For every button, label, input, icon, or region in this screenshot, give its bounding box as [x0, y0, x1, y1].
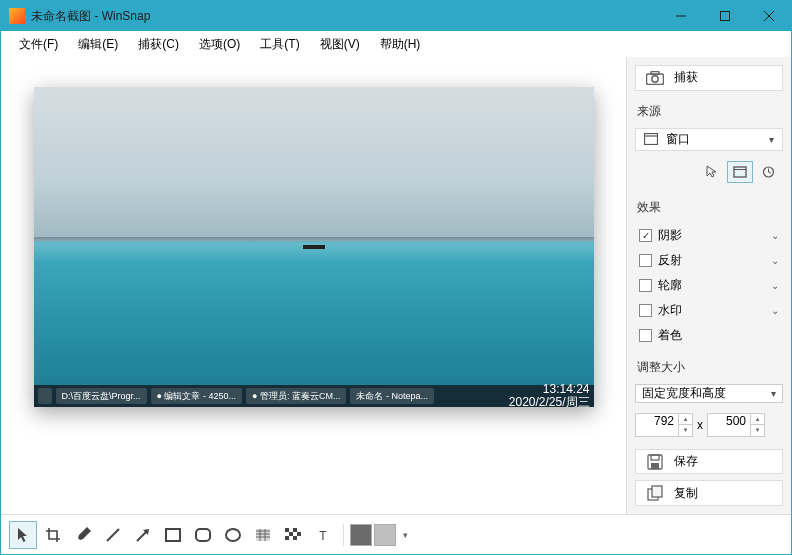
menubar: 文件(F) 编辑(E) 捕获(C) 选项(O) 工具(T) 视图(V) 帮助(H… — [1, 31, 791, 57]
spin-down-icon[interactable]: ▼ — [678, 425, 692, 436]
svg-rect-18 — [652, 486, 662, 497]
svg-rect-9 — [734, 167, 746, 177]
chevron-down-icon: ⌄ — [771, 230, 779, 241]
capture-button[interactable]: 捕获 — [635, 65, 783, 91]
checkbox-icon — [639, 304, 652, 317]
save-label: 保存 — [674, 453, 698, 470]
camera-icon — [646, 69, 664, 87]
save-icon — [646, 453, 664, 471]
svg-text:T: T — [319, 529, 327, 542]
select-tool[interactable] — [9, 521, 37, 549]
window-icon — [644, 133, 658, 145]
region-mode-button[interactable] — [727, 161, 753, 183]
source-dropdown[interactable]: 窗口 ▾ — [635, 128, 783, 151]
dimension-separator: x — [697, 418, 703, 432]
spin-up-icon[interactable]: ▲ — [750, 414, 764, 426]
copy-icon — [646, 484, 664, 502]
taskbar-clock: 13:14:242020/2/25/周三 — [509, 383, 590, 407]
pointer-mode-button[interactable] — [699, 161, 725, 183]
menu-file[interactable]: 文件(F) — [11, 32, 66, 57]
rounded-rectangle-tool[interactable] — [189, 521, 217, 549]
spin-down-icon[interactable]: ▼ — [750, 425, 764, 436]
window-title: 未命名截图 - WinSnap — [31, 8, 659, 25]
taskbar-item: ● 编辑文章 - 4250... — [151, 388, 242, 404]
svg-rect-15 — [651, 455, 659, 460]
pixelate-tool[interactable] — [279, 521, 307, 549]
menu-edit[interactable]: 编辑(E) — [70, 32, 126, 57]
chevron-down-icon: ⌄ — [771, 280, 779, 291]
effect-coloring[interactable]: 着色 — [635, 324, 783, 347]
checkbox-icon — [639, 254, 652, 267]
effect-outline[interactable]: 轮廓⌄ — [635, 274, 783, 297]
effect-reflection[interactable]: 反射⌄ — [635, 249, 783, 272]
menu-options[interactable]: 选项(O) — [191, 32, 248, 57]
svg-rect-16 — [651, 463, 659, 469]
source-section-label: 来源 — [635, 101, 783, 122]
checkbox-icon: ✓ — [639, 229, 652, 242]
taskbar-item: 未命名 - Notepa... — [350, 388, 434, 404]
chevron-down-icon: ▾ — [771, 388, 776, 399]
ellipse-tool[interactable] — [219, 521, 247, 549]
chevron-down-icon: ⌄ — [771, 305, 779, 316]
resize-section-label: 调整大小 — [635, 357, 783, 378]
svg-rect-6 — [651, 71, 659, 74]
svg-point-23 — [226, 529, 240, 541]
svg-point-5 — [652, 76, 658, 82]
background-color-swatch[interactable] — [374, 524, 396, 546]
screenshot-taskbar: D:\百度云盘\Progr... ● 编辑文章 - 4250... ● 管理员:… — [34, 385, 594, 407]
titlebar: 未命名截图 - WinSnap — [1, 1, 791, 31]
svg-rect-32 — [289, 532, 293, 536]
captured-screenshot[interactable]: D:\百度云盘\Progr... ● 编辑文章 - 4250... ● 管理员:… — [34, 87, 594, 407]
menu-help[interactable]: 帮助(H) — [372, 32, 429, 57]
svg-rect-22 — [196, 529, 210, 541]
effect-shadow[interactable]: ✓阴影⌄ — [635, 224, 783, 247]
foreground-color-swatch[interactable] — [350, 524, 372, 546]
svg-rect-34 — [285, 536, 289, 540]
checkbox-icon — [639, 329, 652, 342]
menu-view[interactable]: 视图(V) — [312, 32, 368, 57]
rectangle-tool[interactable] — [159, 521, 187, 549]
pen-tool[interactable] — [69, 521, 97, 549]
svg-line-13 — [768, 172, 771, 173]
menu-capture[interactable]: 捕获(C) — [130, 32, 187, 57]
start-icon — [38, 388, 52, 404]
chevron-down-icon: ⌄ — [771, 255, 779, 266]
arrow-tool[interactable] — [129, 521, 157, 549]
svg-rect-30 — [285, 528, 289, 532]
capture-label: 捕获 — [674, 69, 698, 86]
timer-mode-button[interactable] — [755, 161, 781, 183]
close-button[interactable] — [747, 1, 791, 31]
width-input[interactable]: 792 ▲▼ — [635, 413, 693, 437]
color-chevron[interactable]: ▾ — [398, 521, 412, 549]
save-button[interactable]: 保存 — [635, 449, 783, 475]
svg-line-19 — [107, 529, 119, 541]
resize-mode-dropdown[interactable]: 固定宽度和高度 ▾ — [635, 384, 783, 403]
menu-tools[interactable]: 工具(T) — [252, 32, 307, 57]
taskbar-item: D:\百度云盘\Progr... — [56, 388, 147, 404]
line-tool[interactable] — [99, 521, 127, 549]
spin-up-icon[interactable]: ▲ — [678, 414, 692, 426]
maximize-button[interactable] — [703, 1, 747, 31]
svg-rect-21 — [166, 529, 180, 541]
checkbox-icon — [639, 279, 652, 292]
blur-tool[interactable] — [249, 521, 277, 549]
svg-rect-7 — [645, 134, 658, 145]
effects-section-label: 效果 — [635, 197, 783, 218]
svg-rect-33 — [297, 532, 301, 536]
app-icon — [9, 8, 25, 24]
chevron-down-icon: ▾ — [769, 134, 774, 145]
svg-rect-31 — [293, 528, 297, 532]
drawing-toolbar: T ▾ — [1, 514, 791, 554]
height-input[interactable]: 500 ▲▼ — [707, 413, 765, 437]
side-panel: 捕获 来源 窗口 ▾ 效果 ✓阴影⌄ 反射⌄ 轮廓⌄ 水印⌄ 着色 调整大小 固… — [626, 57, 791, 514]
svg-rect-35 — [293, 536, 297, 540]
text-tool[interactable]: T — [309, 521, 337, 549]
copy-button[interactable]: 复制 — [635, 480, 783, 506]
taskbar-item: ● 管理员: 蓝奏云CM... — [246, 388, 346, 404]
crop-tool[interactable] — [39, 521, 67, 549]
copy-label: 复制 — [674, 485, 698, 502]
source-value: 窗口 — [666, 131, 690, 148]
minimize-button[interactable] — [659, 1, 703, 31]
effect-watermark[interactable]: 水印⌄ — [635, 299, 783, 322]
svg-rect-1 — [721, 12, 730, 21]
